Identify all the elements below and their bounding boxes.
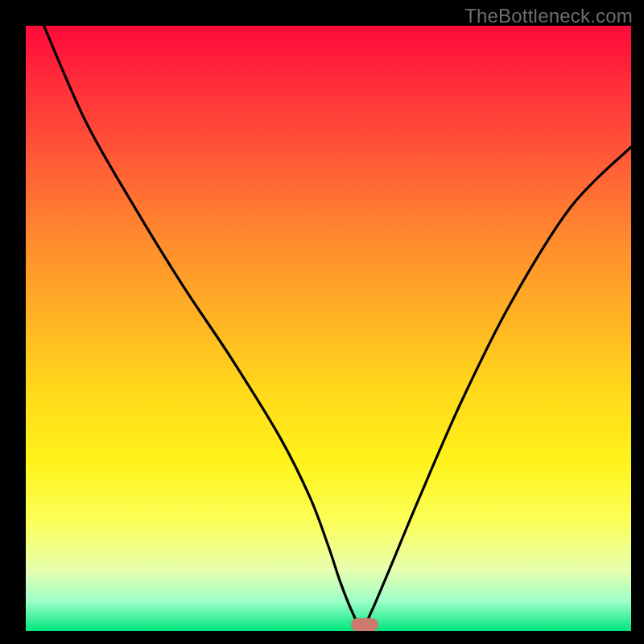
watermark-text: TheBottleneck.com [464, 5, 633, 27]
min-marker [351, 618, 378, 631]
curve-svg [26, 26, 631, 631]
bottleneck-curve-path [44, 26, 631, 628]
chart-frame: TheBottleneck.com [0, 0, 644, 644]
plot-area [26, 26, 631, 631]
